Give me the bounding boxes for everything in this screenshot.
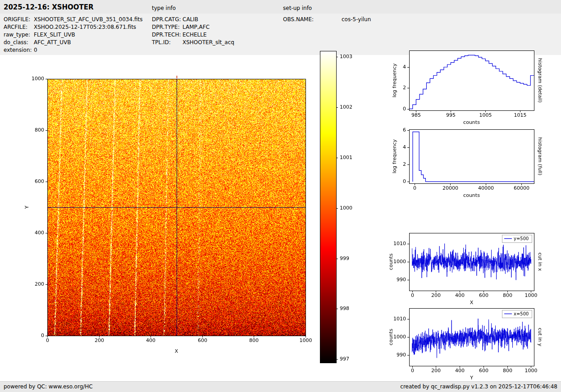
field-value: CALIB xyxy=(182,16,198,23)
histogram-full-plot xyxy=(381,124,547,203)
type-info-row: DPR.CATG: CALIB xyxy=(152,16,234,23)
field-label: DPR.CATG: xyxy=(152,16,182,23)
footer: powered by QC: www.eso.org/HC created by… xyxy=(0,381,561,392)
page-title: 2025-12-16: XSHOOTER xyxy=(4,3,94,11)
setup-info-heading: set-up info xyxy=(283,5,312,11)
file-info-row: ARCFILE: XSHOO.2025-12-17T05:23:08.671.f… xyxy=(4,23,142,31)
histogram-detail-plot xyxy=(381,45,547,124)
field-label: OBS.NAME: xyxy=(283,16,342,23)
type-info-row: DPR.TECH: ECHELLE xyxy=(152,31,234,39)
file-info-row: extension: 0 xyxy=(4,46,142,54)
field-label: raw_type: xyxy=(4,31,34,39)
type-info-heading: type info xyxy=(152,5,176,11)
file-info-block: ORIGFILE: XSHOOTER_SLT_AFC_UVB_351_0034.… xyxy=(4,16,142,54)
footer-created-by: created by qc_rawdisp.py v1.2.3 on 2025-… xyxy=(400,383,557,390)
field-value: XSHOO.2025-12-17T05:23:08.671.fits xyxy=(34,23,136,31)
file-info-row: do_class: AFC_ATT_UVB xyxy=(4,39,142,46)
setup-info-row: OBS.NAME: cos-5-yilun xyxy=(283,16,371,23)
field-value: 0 xyxy=(34,46,37,54)
field-value: XSHOOTER_slt_acq xyxy=(182,39,234,46)
file-info-row: ORIGFILE: XSHOOTER_SLT_AFC_UVB_351_0034.… xyxy=(4,16,142,23)
field-label: extension: xyxy=(4,46,34,54)
field-label: DPR.TYPE: xyxy=(152,23,182,31)
colorbar xyxy=(319,50,360,367)
field-label: TPL.ID: xyxy=(152,39,182,46)
field-value: cos-5-yilun xyxy=(342,16,371,23)
setup-info-block: OBS.NAME: cos-5-yilun xyxy=(283,16,371,23)
field-label: DPR.TECH: xyxy=(152,31,182,39)
footer-credit-qc: powered by QC: www.eso.org/HC xyxy=(4,383,93,390)
qc-report-page: 2025-12-16: XSHOOTER type info set-up in… xyxy=(0,0,561,392)
type-info-row: TPL.ID: XSHOOTER_slt_acq xyxy=(152,39,234,46)
field-label: ORIGFILE: xyxy=(4,16,34,23)
file-info-row: raw_type: FLEX_SLIT_UVB xyxy=(4,31,142,39)
cut-in-x-plot xyxy=(381,228,547,306)
type-info-block: DPR.CATG: CALIB DPR.TYPE: LAMP,AFC DPR.T… xyxy=(152,16,234,46)
field-value: LAMP,AFC xyxy=(182,23,210,31)
field-label: ARCFILE: xyxy=(4,23,34,31)
field-label: do_class: xyxy=(4,39,34,46)
field-value: AFC_ATT_UVB xyxy=(34,39,71,46)
field-value: XSHOOTER_SLT_AFC_UVB_351_0034.fits xyxy=(34,16,142,23)
field-value: ECHELLE xyxy=(182,31,207,39)
cut-in-y-plot xyxy=(381,303,547,382)
type-info-row: DPR.TYPE: LAMP,AFC xyxy=(152,23,234,31)
field-value: FLEX_SLIT_UVB xyxy=(34,31,75,39)
raw-image-plot xyxy=(17,71,315,362)
